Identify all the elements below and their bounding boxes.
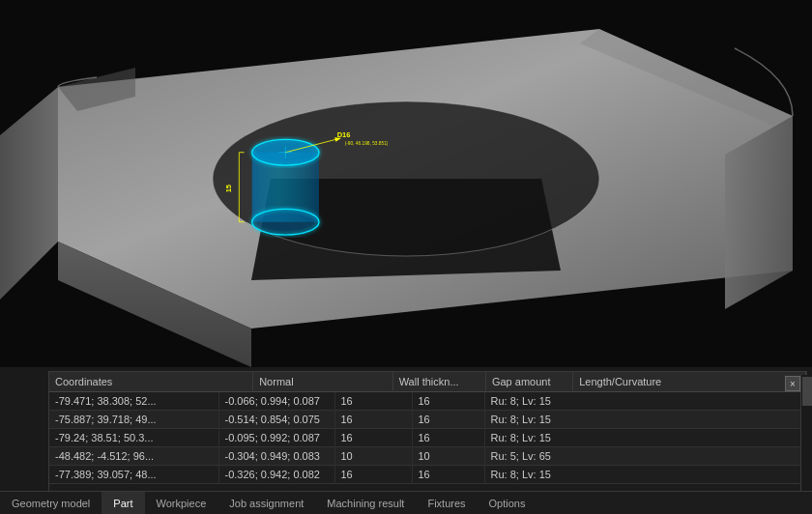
table-cell: 16 — [412, 429, 484, 447]
col-header-normal[interactable]: Normal — [253, 372, 392, 392]
tab-fixtures[interactable]: Fixtures — [416, 492, 477, 514]
table-scroll-area[interactable]: -79.471; 38.308; 52...-0.066; 0.994; 0.0… — [49, 392, 806, 495]
table-row[interactable]: -77.389; 39.057; 48...-0.326; 0.942; 0.0… — [49, 466, 806, 484]
close-panel-button[interactable]: × — [785, 376, 800, 391]
table-cell: -0.514; 0.854; 0.075 — [218, 411, 334, 429]
table-cell: -75.887; 39.718; 49... — [49, 411, 218, 429]
panel-scrollbar[interactable] — [800, 375, 812, 495]
table-cell: 16 — [412, 411, 484, 429]
svg-text:D16: D16 — [337, 130, 351, 139]
svg-text:15: 15 — [224, 185, 233, 192]
table-cell: Ru: 8; Lv: 15 — [484, 392, 806, 411]
tab-options[interactable]: Options — [478, 492, 537, 514]
3d-viewport[interactable]: D16 (-90, 46.198, 53.851) 15 — [0, 0, 812, 367]
table-cell: Ru: 8; Lv: 15 — [484, 429, 806, 447]
tab-bar: Geometry model Part Workpiece Job assign… — [0, 491, 812, 514]
table-cell: 16 — [334, 411, 412, 429]
table-header-row: Coordinates Normal Wall thickn... Gap am… — [49, 372, 806, 392]
tab-workpiece[interactable]: Workpiece — [145, 492, 218, 514]
table-cell: -79.24; 38.51; 50.3... — [49, 429, 218, 447]
table-row[interactable]: -79.471; 38.308; 52...-0.066; 0.994; 0.0… — [49, 392, 806, 411]
table-cell: -0.095; 0.992; 0.087 — [218, 429, 334, 447]
table-cell: 16 — [334, 392, 412, 411]
table-row[interactable]: -48.482; -4.512; 96...-0.304; 0.949; 0.0… — [49, 447, 806, 466]
table-row[interactable]: -75.887; 39.718; 49...-0.514; 0.854; 0.0… — [49, 411, 806, 429]
data-table-body: -79.471; 38.308; 52...-0.066; 0.994; 0.0… — [49, 392, 806, 484]
table-cell: -0.304; 0.949; 0.083 — [218, 447, 334, 466]
table-cell: 10 — [412, 447, 484, 466]
table-cell: -77.389; 39.057; 48... — [49, 466, 218, 484]
table-cell: 10 — [334, 447, 412, 466]
tab-geometry-model[interactable]: Geometry model — [0, 492, 102, 514]
svg-point-12 — [252, 209, 319, 235]
table-cell: 16 — [334, 466, 412, 484]
table-cell: Ru: 5; Lv: 65 — [484, 447, 806, 466]
col-header-coordinates[interactable]: Coordinates — [49, 372, 253, 392]
table-cell: -0.066; 0.994; 0.087 — [218, 392, 334, 411]
tab-job-assignment[interactable]: Job assignment — [218, 492, 315, 514]
table-cell: 16 — [412, 466, 484, 484]
data-table: Coordinates Normal Wall thickn... Gap am… — [49, 372, 806, 392]
scrollbar-thumb[interactable] — [802, 377, 812, 406]
table-cell: -0.326; 0.942; 0.082 — [218, 466, 334, 484]
table-cell: -79.471; 38.308; 52... — [49, 392, 218, 411]
table-row[interactable]: -79.24; 38.51; 50.3...-0.095; 0.992; 0.0… — [49, 429, 806, 447]
col-header-lc[interactable]: Length/Curvature — [573, 372, 806, 392]
table-cell: Ru: 8; Lv: 15 — [484, 466, 806, 484]
svg-text:(-90, 46.198, 53.851): (-90, 46.198, 53.851) — [345, 141, 389, 146]
tab-machining-result[interactable]: Machining result — [315, 492, 416, 514]
table-cell: -48.482; -4.512; 96... — [49, 447, 218, 466]
col-header-wall[interactable]: Wall thickn... — [392, 372, 485, 392]
col-header-gap[interactable]: Gap amount — [485, 372, 572, 392]
cylinder-hole: D16 (-90, 46.198, 53.851) 15 — [242, 106, 396, 300]
table-cell: 16 — [334, 429, 412, 447]
tab-part[interactable]: Part — [102, 492, 144, 514]
table-cell: 16 — [412, 392, 484, 411]
table-cell: Ru: 8; Lv: 15 — [484, 411, 806, 429]
